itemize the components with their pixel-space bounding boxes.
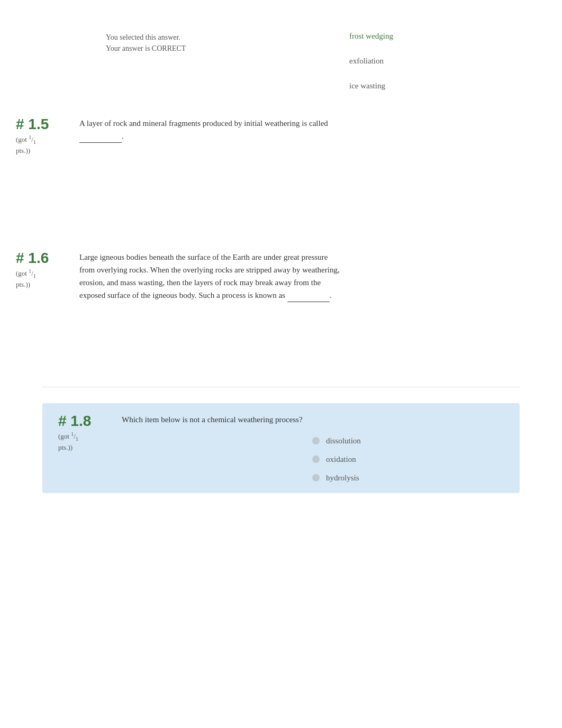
q18-option-1[interactable]: dissolution — [312, 436, 429, 445]
q16-numeral: 1.6 — [28, 250, 49, 266]
page-container: You selected this answer. Your answer is… — [0, 0, 562, 728]
q16-points: (got 1/1 pts.)) — [16, 268, 69, 289]
q18-row: # 1.8 (got 1/1 pts.)) Which item below i… — [42, 403, 520, 493]
q18-option-1-label: dissolution — [326, 436, 361, 445]
q16-number: # 1.6 — [16, 251, 69, 266]
q16-body: Large igneous bodies beneath the surface… — [79, 251, 344, 302]
q18-option-3[interactable]: hydrolysis — [312, 474, 429, 483]
q18-hash: # — [58, 413, 70, 429]
feedback-line1: You selected this answer. — [106, 32, 328, 43]
q15-number: # 1.5 — [16, 117, 69, 132]
q15-text: A layer of rock and mineral fragments pr… — [79, 119, 328, 140]
spacer-1 — [0, 182, 562, 224]
q18-option-3-label: hydrolysis — [326, 474, 359, 483]
q18-option-2-label: oxidation — [326, 455, 356, 464]
q14-option-3[interactable]: ice wasting — [349, 81, 455, 90]
q15-row: # 1.5 (got 1/1 pts.)) A layer of rock an… — [0, 106, 562, 166]
feedback-line2: Your answer is CORRECT — [106, 43, 328, 54]
q16-blank — [287, 289, 330, 302]
q18-body: Which item below is not a chemical weath… — [122, 414, 439, 483]
q18-options-area: dissolution oxidation hydrolysis — [122, 436, 439, 483]
q14-option-1[interactable]: frost wedging — [349, 32, 455, 41]
q15-numeral: 1.5 — [28, 116, 49, 132]
q16-number-block: # 1.6 (got 1/1 pts.)) — [16, 251, 69, 302]
q18-number: # 1.8 — [58, 414, 111, 429]
spacer-2 — [0, 329, 562, 381]
q14-option-2[interactable]: exfoliation — [349, 57, 455, 66]
q16-hash: # — [16, 250, 28, 266]
q18-option-2[interactable]: oxidation — [312, 455, 429, 464]
q18-options-list: dissolution oxidation hydrolysis — [312, 436, 429, 483]
q18-radio-2[interactable] — [312, 456, 320, 463]
q18-radio-3[interactable] — [312, 474, 320, 481]
q15-points: (got 1/1 pts.)) — [16, 134, 69, 156]
q15-number-block: # 1.5 (got 1/1 pts.)) — [16, 117, 69, 156]
q15-body: A layer of rock and mineral fragments pr… — [79, 117, 344, 156]
q18-numeral: 1.8 — [70, 413, 91, 429]
q16-text: Large igneous bodies beneath the surface… — [79, 253, 340, 299]
q18-radio-1[interactable] — [312, 437, 320, 444]
q18-number-block: # 1.8 (got 1/1 pts.)) — [58, 414, 111, 483]
q14-feedback: You selected this answer. Your answer is… — [106, 32, 328, 54]
divider-q18 — [42, 387, 520, 387]
q14-area: You selected this answer. Your answer is… — [106, 32, 562, 90]
q18-question-text: Which item below is not a chemical weath… — [122, 414, 439, 426]
q15-blank — [79, 130, 122, 143]
q18-points: (got 1/1 pts.)) — [58, 431, 111, 452]
q18-layout: Which item below is not a chemical weath… — [122, 414, 439, 483]
q16-row: # 1.6 (got 1/1 pts.)) Large igneous bodi… — [0, 240, 562, 313]
q15-hash: # — [16, 116, 28, 132]
q14-feedback-area: You selected this answer. Your answer is… — [106, 32, 328, 90]
q14-options: frost wedging exfoliation ice wasting — [349, 32, 455, 90]
